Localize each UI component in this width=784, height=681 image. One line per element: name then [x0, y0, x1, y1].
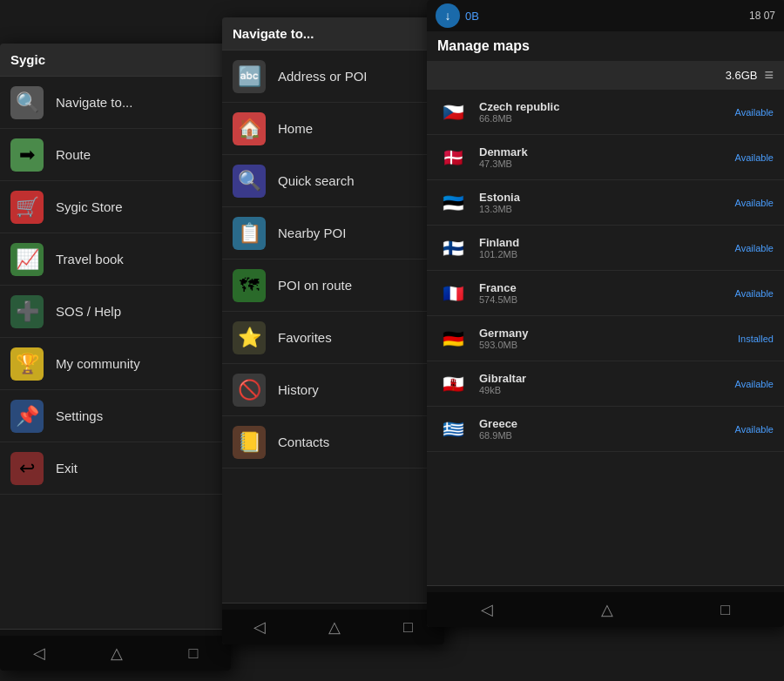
menu2-item-quicksearch[interactable]: 🔍Quick search	[222, 155, 444, 207]
map-name-1: Denmark	[479, 145, 735, 158]
flag-czech-republic: 🇨🇿	[437, 102, 469, 123]
map-actions-1: Available	[735, 152, 774, 163]
flag-germany: 🇩🇪	[437, 328, 469, 349]
menu1-item-route[interactable]: ➡Route	[0, 129, 231, 181]
home-nav-icon3[interactable]: △	[601, 600, 613, 619]
recent-nav-icon[interactable]: □	[188, 644, 198, 663]
menu1-item-sos[interactable]: ➕SOS / Help	[0, 286, 231, 338]
back-nav-icon3[interactable]: ◁	[481, 600, 493, 619]
map-item-finland[interactable]: 🇫🇮Finland101.2MBAvailable	[427, 226, 784, 271]
map-item-greece[interactable]: 🇬🇷Greece68.9MBAvailable	[427, 407, 784, 452]
menu2-item-favorites[interactable]: ⭐Favorites	[222, 312, 444, 364]
map-size-2: 13.3MB	[479, 204, 735, 214]
map-status-4: Available	[735, 288, 774, 299]
map-item-germany[interactable]: 🇩🇪Germany593.0MBInstalled	[427, 316, 784, 361]
map-size-0: 66.8MB	[479, 113, 735, 124]
storage-icon: ≡	[764, 66, 774, 84]
flag-greece: 🇬🇷	[437, 419, 469, 440]
menu2-icon-nearby: 📋	[233, 217, 266, 250]
menu1-label-route: Route	[56, 147, 91, 162]
map-actions-2: Available	[735, 198, 774, 208]
screen1-header: Sygic	[0, 44, 231, 77]
menu2-item-poionroute[interactable]: 🗺POI on route	[222, 260, 444, 312]
menu2-icon-history: 🚫	[233, 374, 266, 407]
menu1-label-sos: SOS / Help	[56, 304, 121, 319]
map-item-denmark[interactable]: 🇩🇰Denmark47.3MBAvailable	[427, 135, 784, 180]
screen2-nav-bar: ◁ △ □	[222, 610, 444, 644]
menu2-icon-contacts: 📒	[233, 426, 266, 459]
menu2-item-address[interactable]: 🔤Address or POI	[222, 51, 444, 103]
menu1-item-exit[interactable]: ↩Exit	[0, 442, 231, 495]
map-name-0: Czech republic	[479, 100, 735, 113]
menu1-item-community[interactable]: 🏆My community	[0, 338, 231, 390]
menu2-item-home[interactable]: 🏠Home	[222, 103, 444, 155]
storage-amount: 3.6GB	[726, 69, 758, 82]
map-actions-4: Available	[735, 288, 774, 299]
home-nav-icon[interactable]: △	[111, 644, 123, 663]
menu1-item-navigate[interactable]: 🔍Navigate to...	[0, 77, 231, 129]
back-nav-icon2[interactable]: ◁	[253, 617, 266, 637]
map-name-3: Finland	[479, 236, 735, 249]
map-name-7: Greece	[479, 417, 735, 430]
map-status-6: Available	[735, 379, 774, 389]
flag-france: 🇫🇷	[437, 283, 469, 304]
menu2-item-contacts[interactable]: 📒Contacts	[222, 416, 444, 469]
map-actions-3: Available	[735, 243, 774, 253]
screen3-header: Manage maps	[427, 31, 784, 61]
screen1-title: Sygic	[10, 52, 45, 67]
menu2-item-history[interactable]: 🚫History	[222, 364, 444, 416]
screen3-title: Manage maps	[437, 38, 530, 53]
screen1-nav-bar: ◁ △ □	[0, 636, 231, 671]
menu1-icon-store: 🛒	[10, 191, 44, 224]
map-info-gibraltar: Gibraltar49kB	[479, 372, 735, 395]
storage-bar: 3.6GB ≡	[427, 61, 784, 90]
flag-denmark: 🇩🇰	[437, 147, 469, 168]
map-size-7: 68.9MB	[479, 430, 735, 441]
menu2-item-nearby[interactable]: 📋Nearby POI	[222, 207, 444, 260]
menu2-icon-poionroute: 🗺	[233, 269, 266, 302]
map-info-greece: Greece68.9MB	[479, 417, 735, 441]
menu2-label-address: Address or POI	[278, 69, 368, 84]
map-item-czech-republic[interactable]: 🇨🇿Czech republic66.8MBAvailable	[427, 90, 784, 135]
home-nav-icon2[interactable]: △	[328, 617, 341, 637]
map-size-1: 47.3MB	[479, 158, 735, 169]
recent-nav-icon3[interactable]: □	[720, 601, 730, 619]
menu2-icon-quicksearch: 🔍	[233, 165, 266, 198]
screen-manage-maps: ↓ 0B 18 07 Manage maps 3.6GB ≡ 🇨🇿Czech r…	[427, 0, 784, 627]
map-item-estonia[interactable]: 🇪🇪Estonia13.3MBAvailable	[427, 180, 784, 226]
screen-sygic-main: Sygic 🔍Navigate to...➡Route🛒Sygic Store📈…	[0, 44, 231, 671]
menu1-item-store[interactable]: 🛒Sygic Store	[0, 181, 231, 233]
menu1-label-settings: Settings	[56, 408, 103, 423]
menu1-icon-route: ➡	[10, 138, 44, 172]
menu2-label-nearby: Nearby POI	[278, 226, 346, 240]
map-name-6: Gibraltar	[479, 372, 735, 385]
map-info-denmark: Denmark47.3MB	[479, 145, 735, 169]
menu1-item-settings[interactable]: 📌Settings	[0, 390, 231, 442]
menu1-item-travel[interactable]: 📈Travel book	[0, 233, 231, 286]
menu2-label-poionroute: POI on route	[278, 278, 352, 293]
menu2-icon-address: 🔤	[233, 60, 266, 93]
screen2-title: Navigate to...	[233, 26, 314, 41]
back-nav-icon[interactable]: ◁	[33, 644, 45, 663]
menu1-label-exit: Exit	[56, 461, 78, 475]
menu1-icon-exit: ↩	[10, 452, 44, 485]
status-bar: ↓ 0B 18 07	[427, 0, 784, 31]
map-size-5: 593.0MB	[479, 340, 738, 350]
menu2-label-home: Home	[278, 121, 313, 136]
recent-nav-icon2[interactable]: □	[403, 618, 413, 637]
screen3-maps-container: 🇨🇿Czech republic66.8MBAvailable🇩🇰Denmark…	[427, 90, 784, 598]
menu2-label-history: History	[278, 382, 319, 397]
download-amount: 0B	[465, 10, 479, 23]
map-info-france: France574.5MB	[479, 281, 735, 305]
menu1-label-community: My community	[56, 356, 140, 371]
map-name-4: France	[479, 281, 735, 294]
map-item-gibraltar[interactable]: 🇬🇮Gibraltar49kBAvailable	[427, 361, 784, 407]
flag-finland: 🇫🇮	[437, 238, 469, 259]
map-actions-5: Installed	[738, 334, 774, 344]
menu2-icon-home: 🏠	[233, 112, 266, 145]
map-status-3: Available	[735, 243, 774, 253]
screen2-header: Navigate to...	[222, 17, 444, 51]
menu2-icon-favorites: ⭐	[233, 321, 266, 354]
map-info-germany: Germany593.0MB	[479, 327, 738, 350]
map-item-france[interactable]: 🇫🇷France574.5MBAvailable	[427, 271, 784, 316]
